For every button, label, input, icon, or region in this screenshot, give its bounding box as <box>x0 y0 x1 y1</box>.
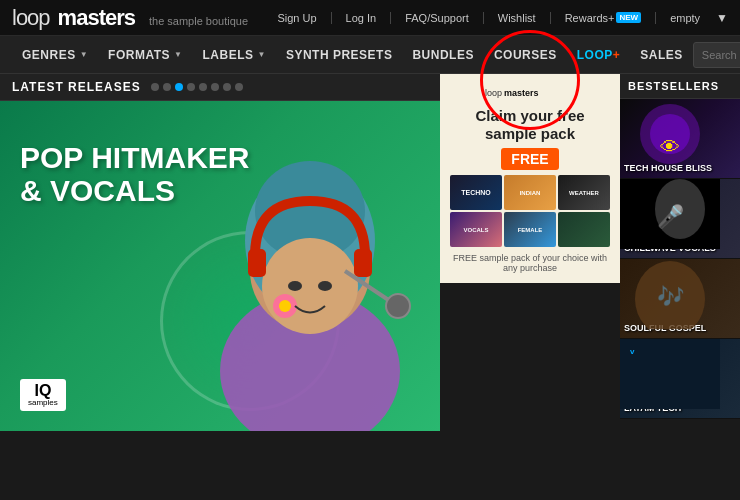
bestsellers-panel: BESTSELLERS 👁 TECH HOUSE BLISS 🎤 C <box>620 74 740 500</box>
svg-rect-5 <box>248 249 266 277</box>
free-badge-row: FREE <box>450 148 610 170</box>
mini-thumb-weather: WEATHER <box>558 175 610 210</box>
nav-bundles[interactable]: BUNDLES <box>402 36 484 74</box>
free-badge: FREE <box>501 148 558 170</box>
wishlist-link[interactable]: Wishlist <box>498 12 536 24</box>
svg-point-11 <box>288 281 302 291</box>
latest-releases-panel: LATEST RELEASES POP HITMAKER & VOCALS <box>0 74 440 500</box>
free-pack-subtitle: FREE sample pack of your choice with any… <box>450 253 610 273</box>
genres-caret: ▼ <box>80 50 88 59</box>
dot-5[interactable] <box>199 83 207 91</box>
bestseller-4-inner: v LATAM TECH <box>620 339 740 418</box>
divider <box>331 12 332 24</box>
svg-point-8 <box>386 294 410 318</box>
bestseller-3[interactable]: 🎶 SOULFUL GOSPEL <box>620 259 740 339</box>
svg-text:🎶: 🎶 <box>657 283 685 310</box>
free-pack-logo: loop masters <box>450 84 610 102</box>
rewards-link[interactable]: Rewards+ NEW <box>565 12 642 24</box>
bestseller-1[interactable]: 👁 TECH HOUSE BLISS <box>620 99 740 179</box>
svg-point-10 <box>279 300 291 312</box>
nav-labels[interactable]: LABELS ▼ <box>192 36 275 74</box>
svg-text:👁: 👁 <box>660 136 680 158</box>
bestseller-2[interactable]: 🎤 CHILLWAVE VOCALS <box>620 179 740 259</box>
divider <box>390 12 391 24</box>
dot-1[interactable] <box>151 83 159 91</box>
nav-bar: GENRES ▼ FORMATS ▼ LABELS ▼ SYNTH PRESET… <box>0 36 740 74</box>
bestseller-3-inner: 🎶 SOULFUL GOSPEL <box>620 259 740 338</box>
dot-3[interactable] <box>175 83 183 91</box>
svg-text:v: v <box>630 347 635 356</box>
divider <box>483 12 484 24</box>
mini-thumb-female: FEMALE <box>504 212 556 247</box>
nav-genres[interactable]: GENRES ▼ <box>12 36 98 74</box>
svg-text:masters: masters <box>504 88 539 98</box>
latest-releases-title: LATEST RELEASES <box>12 80 141 94</box>
bestseller-1-inner: 👁 TECH HOUSE BLISS <box>620 99 740 178</box>
faq-link[interactable]: FAQ/Support <box>405 12 469 24</box>
mini-thumb-techno: TECHNO <box>450 175 502 210</box>
svg-rect-23 <box>620 339 720 409</box>
banner-figure <box>180 111 440 431</box>
search-input[interactable] <box>702 49 740 61</box>
logo-loop: loop <box>12 5 50 31</box>
free-pack-title: Claim your free sample pack <box>450 107 610 143</box>
logo-tagline: the sample boutique <box>149 15 248 27</box>
divider <box>550 12 551 24</box>
svg-point-4 <box>262 238 358 334</box>
logo: loopmasters the sample boutique <box>12 5 248 31</box>
dot-6[interactable] <box>211 83 219 91</box>
svg-point-12 <box>318 281 332 291</box>
cart-text[interactable]: empty <box>670 12 700 24</box>
labels-caret: ▼ <box>257 50 265 59</box>
iq-logo: IQ samples <box>20 379 66 411</box>
dot-2[interactable] <box>163 83 171 91</box>
mini-thumb-vocals: VOCALS <box>450 212 502 247</box>
mid-column: loop masters Claim your free sample pack… <box>440 74 620 500</box>
formats-caret: ▼ <box>174 50 182 59</box>
svg-text:🎤: 🎤 <box>657 203 685 230</box>
cart-caret: ▼ <box>716 11 728 25</box>
nav-courses[interactable]: COURSES <box>484 36 567 74</box>
new-badge: NEW <box>616 12 641 23</box>
logo-masters: masters <box>58 5 135 31</box>
top-bar: loopmasters the sample boutique Sign Up … <box>0 0 740 36</box>
top-links: Sign Up Log In FAQ/Support Wishlist Rewa… <box>277 11 728 25</box>
hero-banner[interactable]: POP HITMAKER & VOCALS <box>0 101 440 431</box>
nav-formats[interactable]: FORMATS ▼ <box>98 36 192 74</box>
mini-thumb-indian: INDIAN <box>504 175 556 210</box>
lr-header: LATEST RELEASES <box>0 74 440 101</box>
nav-loop-plus[interactable]: LOOP+ <box>567 36 631 74</box>
mini-thumb-extra <box>558 212 610 247</box>
bestseller-4[interactable]: v LATAM TECH <box>620 339 740 419</box>
dot-7[interactable] <box>223 83 231 91</box>
divider <box>655 12 656 24</box>
svg-rect-6 <box>354 249 372 277</box>
nav-synth-presets[interactable]: SYNTH PRESETS <box>276 36 403 74</box>
dot-4[interactable] <box>187 83 195 91</box>
main-content: LATEST RELEASES POP HITMAKER & VOCALS <box>0 74 740 500</box>
search-box[interactable]: 🔍 <box>693 42 740 68</box>
login-link[interactable]: Log In <box>346 12 377 24</box>
slide-dots <box>151 83 243 91</box>
bestseller-2-inner: 🎤 CHILLWAVE VOCALS <box>620 179 740 258</box>
dot-8[interactable] <box>235 83 243 91</box>
bestsellers-title: BESTSELLERS <box>620 74 740 99</box>
free-pack-box[interactable]: loop masters Claim your free sample pack… <box>440 74 620 283</box>
svg-text:loop: loop <box>485 88 502 98</box>
signup-link[interactable]: Sign Up <box>277 12 316 24</box>
nav-sales[interactable]: SALES <box>630 36 693 74</box>
